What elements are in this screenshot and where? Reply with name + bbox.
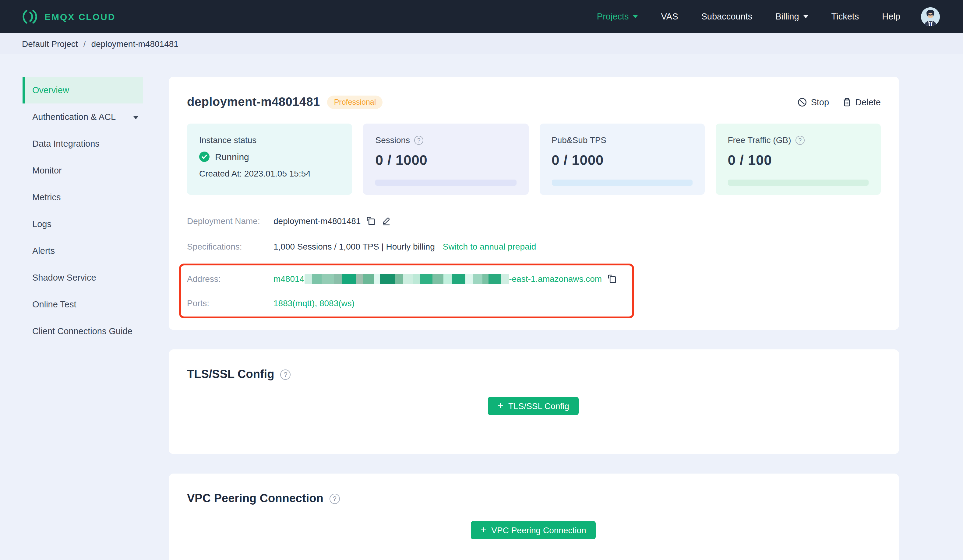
sidebar-item-online-test[interactable]: Online Test [23, 291, 143, 318]
sidebar-item-monitor[interactable]: Monitor [23, 157, 143, 184]
emqx-cloud-console: EMQX CLOUD ProjectsVASSubaccountsBilling… [0, 0, 963, 560]
specifications-label: Specifications: [187, 242, 274, 251]
nav-item-tickets[interactable]: Tickets [832, 11, 859, 21]
breadcrumb-separator: / [83, 39, 86, 49]
main-content: deployment-m4801481 Professional Stop [155, 54, 899, 560]
pubsub-tps-label: Pub&Sub TPS [551, 135, 606, 145]
sidebar-item-client-connections-guide[interactable]: Client Connections Guide [23, 318, 143, 345]
copy-icon [366, 216, 376, 226]
ports-row: Ports: 1883(mqtt), 8083(ws) [187, 295, 632, 312]
nav-item-subaccounts[interactable]: Subaccounts [701, 11, 752, 21]
nav-item-billing[interactable]: Billing [775, 11, 808, 21]
delete-button[interactable]: Delete [842, 97, 881, 107]
sidebar-item-label: Client Connections Guide [32, 326, 133, 336]
created-at: Created At: 2023.01.05 15:54 [199, 168, 340, 178]
vpc-peering-card: VPC Peering Connection ? + VPC Peering C… [169, 474, 899, 560]
free-traffic-help-icon[interactable]: ? [795, 136, 804, 144]
add-tls-ssl-config-button[interactable]: + TLS/SSL Config [488, 397, 579, 415]
plan-badge: Professional [327, 95, 383, 108]
edit-name-button[interactable] [381, 216, 391, 226]
deployment-overview-card: deployment-m4801481 Professional Stop [169, 77, 899, 330]
nav-item-vas[interactable]: VAS [661, 11, 678, 21]
stop-icon [797, 97, 807, 107]
address-highlight-box: Address: m48014 -east-1.amazonaws.com [179, 264, 634, 318]
deployment-name-value: deployment-m4801481 [274, 216, 361, 226]
redacted-block [394, 274, 403, 284]
sidebar-item-label: Monitor [32, 165, 62, 175]
redacted-block [321, 274, 334, 284]
switch-annual-prepaid-link[interactable]: Switch to annual prepaid [443, 242, 536, 251]
free-traffic-label: Free Traffic (GB) [728, 135, 791, 145]
pubsub-tps-card: Pub&Sub TPS 0 / 1000 [539, 123, 705, 195]
redacted-block [420, 274, 432, 284]
add-vpc-peering-button[interactable]: + VPC Peering Connection [470, 521, 596, 539]
nav-item-label: Tickets [832, 11, 859, 21]
ports-value: 1883(mqtt), 8083(ws) [274, 298, 355, 308]
redacted-block [334, 274, 342, 284]
free-traffic-card: Free Traffic (GB) ? 0 / 100 [716, 123, 881, 195]
top-navbar: EMQX CLOUD ProjectsVASSubaccountsBilling… [0, 0, 963, 33]
deployment-name-row: Deployment Name: deployment-m4801481 [187, 212, 881, 230]
sessions-progress-bar [376, 180, 517, 186]
nav-item-label: Billing [775, 11, 799, 21]
sessions-card: Sessions ? 0 / 1000 [363, 123, 529, 195]
nav-item-label: Projects [597, 11, 629, 21]
free-traffic-progress-bar [728, 180, 869, 186]
address-prefix: m48014 [274, 274, 304, 284]
address-suffix: -east-1.amazonaws.com [509, 274, 602, 284]
add-vpc-peering-label: VPC Peering Connection [491, 525, 586, 535]
overview-actions: Stop Delete [797, 97, 881, 107]
redacted-block [363, 274, 374, 284]
copy-address-button[interactable] [607, 274, 617, 284]
redacted-block [443, 274, 452, 284]
free-traffic-value: 0 / 100 [728, 152, 869, 168]
stop-button[interactable]: Stop [797, 97, 829, 107]
vpc-peering-help-icon[interactable]: ? [329, 494, 340, 504]
sidebar: OverviewAuthentication & ACLData Integra… [0, 54, 155, 345]
sidebar-item-authentication-acl[interactable]: Authentication & ACL [23, 104, 143, 130]
copy-name-button[interactable] [366, 216, 376, 226]
sidebar-item-alerts[interactable]: Alerts [23, 237, 143, 264]
address-row: Address: m48014 -east-1.amazonaws.com [187, 270, 632, 287]
add-tls-ssl-config-label: TLS/SSL Config [508, 401, 569, 411]
emqx-logo-icon [22, 8, 38, 25]
redacted-block [488, 274, 500, 284]
breadcrumb-deployment: deployment-m4801481 [91, 39, 178, 49]
redacted-block [432, 274, 443, 284]
stop-label: Stop [811, 97, 829, 107]
nav-item-projects[interactable]: Projects [597, 11, 638, 21]
redacted-block [342, 274, 355, 284]
plus-icon: + [480, 524, 486, 535]
specifications-value: 1,000 Sessions / 1,000 TPS | Hourly bill… [274, 242, 435, 251]
nav-item-label: Help [882, 11, 900, 21]
sidebar-item-label: Online Test [32, 299, 76, 309]
vpc-peering-title: VPC Peering Connection [187, 492, 323, 505]
chevron-down-icon [633, 15, 638, 18]
sidebar-item-logs[interactable]: Logs [23, 210, 143, 237]
nav-item-help[interactable]: Help [882, 11, 900, 21]
address-label: Address: [187, 274, 274, 284]
sidebar-menu: OverviewAuthentication & ACLData Integra… [23, 77, 143, 345]
avatar-person-icon [921, 7, 940, 26]
tls-ssl-help-icon[interactable]: ? [280, 369, 290, 380]
brand-logo[interactable]: EMQX CLOUD [22, 8, 115, 25]
pubsub-tps-value: 0 / 1000 [551, 152, 692, 168]
sidebar-item-label: Metrics [32, 193, 61, 202]
sidebar-item-label: Overview [32, 85, 69, 95]
redacted-block [500, 274, 509, 284]
sidebar-item-metrics[interactable]: Metrics [23, 184, 143, 210]
breadcrumb-project[interactable]: Default Project [22, 39, 78, 49]
primary-nav: ProjectsVASSubaccountsBillingTicketsHelp [597, 11, 900, 21]
sidebar-item-label: Alerts [32, 246, 55, 256]
sessions-help-icon[interactable]: ? [414, 136, 423, 144]
sidebar-item-overview[interactable]: Overview [23, 77, 143, 104]
redacted-block [374, 274, 380, 284]
sidebar-item-shadow-service[interactable]: Shadow Service [23, 264, 143, 291]
tls-ssl-title: TLS/SSL Config [187, 367, 274, 381]
check-circle-icon [199, 152, 209, 162]
sidebar-item-data-integrations[interactable]: Data Integrations [23, 130, 143, 157]
sessions-value: 0 / 1000 [376, 152, 517, 168]
sidebar-item-label: Authentication & ACL [32, 112, 116, 122]
user-avatar[interactable] [921, 7, 940, 26]
deployment-title: deployment-m4801481 [187, 95, 320, 109]
